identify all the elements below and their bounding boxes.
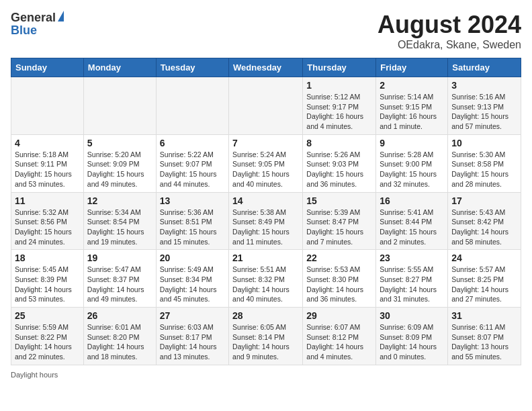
weekday-header-row: SundayMondayTuesdayWednesdayThursdayFrid… (11, 58, 521, 77)
page-title: August 2024 (378, 11, 521, 39)
day-number: 23 (380, 253, 444, 263)
calendar-cell: 1 Sunrise: 5:12 AMSunset: 9:17 PMDayligh… (303, 77, 376, 135)
day-info: Sunrise: 5:32 AMSunset: 8:56 PMDaylight:… (15, 208, 80, 247)
calendar-week-row: 11 Sunrise: 5:32 AMSunset: 8:56 PMDaylig… (11, 192, 521, 250)
calendar-cell: 23 Sunrise: 5:55 AMSunset: 8:27 PMDaylig… (376, 250, 448, 308)
calendar-cell: 29 Sunrise: 6:07 AMSunset: 8:12 PMDaylig… (303, 308, 376, 365)
calendar-week-row: 4 Sunrise: 5:18 AMSunset: 9:11 PMDayligh… (11, 134, 521, 192)
day-info: Sunrise: 5:43 AMSunset: 8:42 PMDaylight:… (451, 208, 517, 247)
day-number: 18 (15, 253, 80, 263)
day-number: 3 (451, 80, 517, 91)
day-info: Sunrise: 5:14 AMSunset: 9:15 PMDaylight:… (380, 92, 444, 132)
day-info: Sunrise: 5:45 AMSunset: 8:39 PMDaylight:… (15, 265, 80, 304)
day-number: 9 (380, 138, 444, 148)
day-number: 24 (451, 253, 517, 263)
day-number: 22 (306, 253, 372, 263)
day-info: Sunrise: 5:53 AMSunset: 8:30 PMDaylight:… (306, 265, 372, 304)
day-number: 26 (87, 310, 152, 321)
day-info: Sunrise: 5:28 AMSunset: 9:00 PMDaylight:… (380, 150, 444, 189)
weekday-header-thursday: Thursday (303, 58, 376, 77)
footer: Daylight hours (11, 371, 521, 379)
day-info: Sunrise: 6:03 AMSunset: 8:17 PMDaylight:… (160, 322, 225, 362)
day-info: Sunrise: 5:18 AMSunset: 9:11 PMDaylight:… (15, 150, 80, 189)
day-info: Sunrise: 5:47 AMSunset: 8:37 PMDaylight:… (87, 265, 152, 304)
day-info: Sunrise: 5:26 AMSunset: 9:03 PMDaylight:… (306, 150, 372, 189)
page-header: General Blue August 2024 OEdakra, Skane,… (11, 11, 521, 51)
day-number: 2 (380, 80, 444, 91)
day-number: 28 (232, 310, 299, 321)
day-number: 30 (380, 310, 444, 321)
calendar-cell: 11 Sunrise: 5:32 AMSunset: 8:56 PMDaylig… (11, 192, 84, 250)
calendar-cell: 17 Sunrise: 5:43 AMSunset: 8:42 PMDaylig… (448, 192, 521, 250)
weekday-header-tuesday: Tuesday (156, 58, 228, 77)
day-number: 25 (15, 310, 80, 321)
calendar-cell: 22 Sunrise: 5:53 AMSunset: 8:30 PMDaylig… (303, 250, 376, 308)
weekday-header-sunday: Sunday (11, 58, 84, 77)
day-number: 5 (87, 138, 152, 148)
day-number: 29 (306, 310, 372, 321)
calendar-cell (229, 77, 303, 135)
weekday-header-friday: Friday (376, 58, 448, 77)
day-info: Sunrise: 5:30 AMSunset: 8:58 PMDaylight:… (451, 150, 517, 189)
weekday-header-saturday: Saturday (448, 58, 521, 77)
calendar-cell: 19 Sunrise: 5:47 AMSunset: 8:37 PMDaylig… (83, 250, 156, 308)
calendar-cell: 10 Sunrise: 5:30 AMSunset: 8:58 PMDaylig… (448, 134, 521, 192)
logo-triangle-icon (58, 11, 64, 21)
day-info: Sunrise: 5:36 AMSunset: 8:51 PMDaylight:… (160, 208, 225, 247)
calendar-cell: 27 Sunrise: 6:03 AMSunset: 8:17 PMDaylig… (156, 308, 228, 365)
calendar-cell: 28 Sunrise: 6:05 AMSunset: 8:14 PMDaylig… (229, 308, 303, 365)
calendar-cell: 18 Sunrise: 5:45 AMSunset: 8:39 PMDaylig… (11, 250, 84, 308)
day-number: 11 (15, 195, 80, 206)
day-info: Sunrise: 5:24 AMSunset: 9:05 PMDaylight:… (232, 150, 299, 189)
day-number: 15 (306, 195, 372, 206)
day-info: Sunrise: 5:51 AMSunset: 8:32 PMDaylight:… (232, 265, 299, 304)
day-info: Sunrise: 5:39 AMSunset: 8:47 PMDaylight:… (306, 208, 372, 247)
day-number: 8 (306, 138, 372, 148)
logo-general: General (11, 11, 56, 25)
calendar-cell: 5 Sunrise: 5:20 AMSunset: 9:09 PMDayligh… (83, 134, 156, 192)
day-info: Sunrise: 6:01 AMSunset: 8:20 PMDaylight:… (87, 322, 152, 362)
day-info: Sunrise: 5:16 AMSunset: 9:13 PMDaylight:… (451, 92, 517, 132)
calendar-cell: 24 Sunrise: 5:57 AMSunset: 8:25 PMDaylig… (448, 250, 521, 308)
day-info: Sunrise: 5:55 AMSunset: 8:27 PMDaylight:… (380, 265, 444, 304)
day-number: 1 (306, 80, 372, 91)
day-info: Sunrise: 6:05 AMSunset: 8:14 PMDaylight:… (232, 322, 299, 362)
day-info: Sunrise: 5:20 AMSunset: 9:09 PMDaylight:… (87, 150, 152, 189)
calendar-cell: 14 Sunrise: 5:38 AMSunset: 8:49 PMDaylig… (229, 192, 303, 250)
calendar-cell (83, 77, 156, 135)
day-info: Sunrise: 6:11 AMSunset: 8:07 PMDaylight:… (451, 322, 517, 362)
title-block: August 2024 OEdakra, Skane, Sweden (378, 11, 521, 51)
calendar-cell: 12 Sunrise: 5:34 AMSunset: 8:54 PMDaylig… (83, 192, 156, 250)
calendar-cell: 2 Sunrise: 5:14 AMSunset: 9:15 PMDayligh… (376, 77, 448, 135)
calendar-cell: 30 Sunrise: 6:09 AMSunset: 8:09 PMDaylig… (376, 308, 448, 365)
footer-text: Daylight hours (11, 371, 58, 379)
day-number: 6 (160, 138, 225, 148)
day-number: 21 (232, 253, 299, 263)
calendar-cell: 16 Sunrise: 5:41 AMSunset: 8:44 PMDaylig… (376, 192, 448, 250)
logo: General Blue (11, 11, 64, 38)
day-number: 14 (232, 195, 299, 206)
page-subtitle: OEdakra, Skane, Sweden (378, 39, 521, 51)
day-number: 19 (87, 253, 152, 263)
calendar-cell: 26 Sunrise: 6:01 AMSunset: 8:20 PMDaylig… (83, 308, 156, 365)
calendar-cell: 20 Sunrise: 5:49 AMSunset: 8:34 PMDaylig… (156, 250, 228, 308)
day-number: 13 (160, 195, 225, 206)
logo-blue: Blue (11, 24, 37, 38)
calendar-cell (11, 77, 84, 135)
weekday-header-monday: Monday (83, 58, 156, 77)
day-number: 10 (451, 138, 517, 148)
day-number: 20 (160, 253, 225, 263)
calendar-cell: 8 Sunrise: 5:26 AMSunset: 9:03 PMDayligh… (303, 134, 376, 192)
calendar-week-row: 25 Sunrise: 5:59 AMSunset: 8:22 PMDaylig… (11, 308, 521, 365)
day-info: Sunrise: 5:49 AMSunset: 8:34 PMDaylight:… (160, 265, 225, 304)
day-number: 31 (451, 310, 517, 321)
day-info: Sunrise: 5:12 AMSunset: 9:17 PMDaylight:… (306, 92, 372, 132)
day-number: 12 (87, 195, 152, 206)
calendar-cell: 6 Sunrise: 5:22 AMSunset: 9:07 PMDayligh… (156, 134, 228, 192)
calendar-table: SundayMondayTuesdayWednesdayThursdayFrid… (11, 58, 521, 365)
calendar-cell: 25 Sunrise: 5:59 AMSunset: 8:22 PMDaylig… (11, 308, 84, 365)
day-info: Sunrise: 6:09 AMSunset: 8:09 PMDaylight:… (380, 322, 444, 362)
day-info: Sunrise: 5:34 AMSunset: 8:54 PMDaylight:… (87, 208, 152, 247)
calendar-cell: 21 Sunrise: 5:51 AMSunset: 8:32 PMDaylig… (229, 250, 303, 308)
day-info: Sunrise: 5:38 AMSunset: 8:49 PMDaylight:… (232, 208, 299, 247)
